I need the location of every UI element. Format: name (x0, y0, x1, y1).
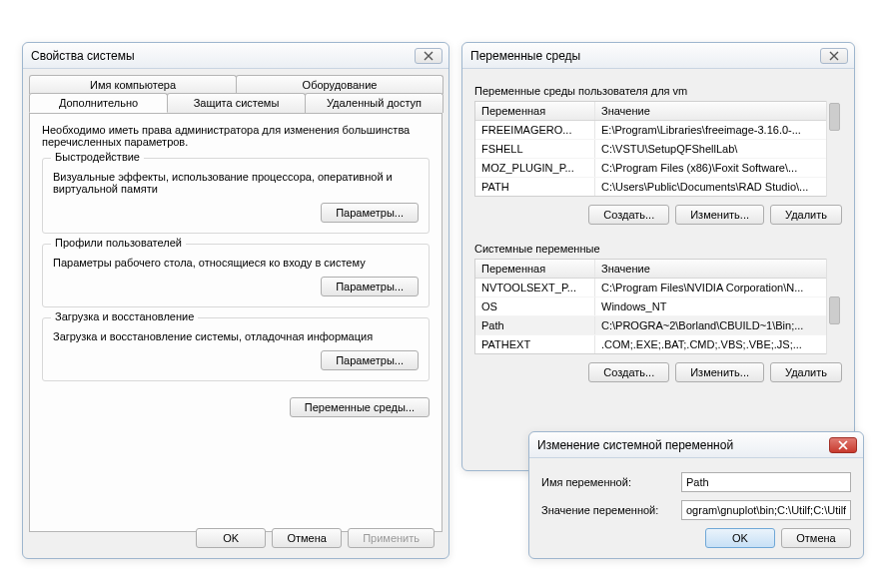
table-header: Переменная Значение (475, 260, 841, 279)
startup-settings-button[interactable]: Параметры... (321, 350, 419, 370)
var-name-input[interactable] (681, 472, 851, 492)
group-performance-desc: Визуальные эффекты, использование процес… (53, 171, 419, 195)
titlebar: Переменные среды (462, 43, 854, 69)
system-vars-label: Системные переменные (474, 243, 842, 255)
group-startup-desc: Загрузка и восстановление системы, отлад… (53, 330, 419, 342)
close-button[interactable] (415, 48, 442, 64)
system-vars-table-wrap: Переменная Значение NVTOOLSEXT_P... C:\P… (474, 259, 842, 354)
apply-button[interactable]: Применить (348, 528, 435, 548)
system-vars-table[interactable]: Переменная Значение NVTOOLSEXT_P... C:\P… (474, 259, 842, 354)
tab-hardware[interactable]: Оборудование (236, 75, 443, 94)
window-title: Свойства системы (29, 49, 415, 63)
group-profiles-title: Профили пользователей (51, 237, 186, 249)
group-startup-title: Загрузка и восстановление (51, 310, 198, 322)
environment-variables-button[interactable]: Переменные среды... (290, 397, 430, 417)
table-row[interactable]: MOZ_PLUGIN_P... C:\Program Files (x86)\F… (475, 159, 841, 178)
table-row[interactable]: PATHEXT .COM;.EXE;.BAT;.CMD;.VBS;.VBE;.J… (475, 335, 841, 353)
edit-system-variable-window: Изменение системной переменной Имя перем… (528, 431, 864, 559)
dialog-footer: OK Отмена Применить (196, 528, 435, 548)
table-row[interactable]: Path C:\PROGRA~2\Borland\CBUILD~1\Bin;..… (475, 316, 841, 335)
cancel-button[interactable]: Отмена (781, 528, 851, 548)
tab-computer-name[interactable]: Имя компьютера (29, 75, 237, 94)
row-var-value: Значение переменной: (541, 500, 851, 520)
table-row[interactable]: NVTOOLSEXT_P... C:\Program Files\NVIDIA … (475, 279, 841, 297)
table-header: Переменная Значение (475, 102, 841, 121)
table-row[interactable]: FSHELL C:\VSTU\SetupQFShellLab\ (475, 140, 841, 159)
scrollbar[interactable] (826, 259, 842, 354)
col-value[interactable]: Значение (595, 102, 841, 120)
environment-variables-window: Переменные среды Переменные среды пользо… (461, 42, 855, 471)
system-properties-window: Свойства системы Имя компьютера Оборудов… (22, 42, 449, 559)
group-profiles-desc: Параметры рабочего стола, относящиеся ко… (53, 257, 419, 269)
intro-text: Необходимо иметь права администратора дл… (42, 124, 430, 148)
var-value-input[interactable] (681, 500, 851, 520)
titlebar: Свойства системы (23, 43, 448, 69)
performance-settings-button[interactable]: Параметры... (321, 203, 419, 223)
titlebar: Изменение системной переменной (529, 432, 863, 458)
edit-body: Имя переменной: Значение переменной: OK … (529, 458, 863, 556)
col-variable[interactable]: Переменная (475, 102, 595, 120)
close-button[interactable] (820, 48, 848, 64)
group-performance-title: Быстродействие (51, 151, 144, 163)
table-row[interactable]: OS Windows_NT (475, 297, 841, 316)
table-row[interactable]: PATH C:\Users\Public\Documents\RAD Studi… (475, 178, 841, 196)
user-edit-button[interactable]: Изменить... (675, 205, 764, 225)
tab-remote[interactable]: Удаленный доступ (305, 93, 443, 113)
cancel-button[interactable]: Отмена (272, 528, 342, 548)
var-name-label: Имя переменной: (541, 476, 671, 488)
tab-body-advanced: Необходимо иметь права администратора дл… (29, 113, 442, 532)
system-create-button[interactable]: Создать... (588, 362, 669, 382)
env-body: Переменные среды пользователя для vm Пер… (462, 69, 854, 394)
user-create-button[interactable]: Создать... (588, 205, 669, 225)
row-var-name: Имя переменной: (541, 472, 851, 492)
group-startup: Загрузка и восстановление Загрузка и вос… (42, 317, 430, 381)
group-profiles: Профили пользователей Параметры рабочего… (42, 244, 430, 307)
close-button[interactable] (829, 437, 857, 453)
system-edit-button[interactable]: Изменить... (675, 362, 764, 382)
user-vars-table[interactable]: Переменная Значение FREEIMAGERO... E:\Pr… (474, 101, 842, 197)
user-vars-table-wrap: Переменная Значение FREEIMAGERO... E:\Pr… (474, 101, 842, 197)
var-value-label: Значение переменной: (541, 504, 671, 516)
ok-button[interactable]: OK (196, 528, 266, 548)
tabs-row-2: Дополнительно Защита системы Удаленный д… (29, 93, 442, 113)
window-title: Изменение системной переменной (535, 438, 829, 452)
ok-button[interactable]: OK (705, 528, 775, 548)
tab-system-protection[interactable]: Защита системы (167, 93, 306, 113)
tab-advanced[interactable]: Дополнительно (29, 93, 168, 113)
user-delete-button[interactable]: Удалить (770, 205, 842, 225)
table-row[interactable]: FREEIMAGERO... E:\Program\Libraries\free… (475, 121, 841, 140)
profiles-settings-button[interactable]: Параметры... (321, 277, 419, 296)
scrollbar[interactable] (826, 101, 842, 197)
window-title: Переменные среды (468, 49, 820, 63)
tabs-row-1: Имя компьютера Оборудование (29, 75, 442, 94)
system-delete-button[interactable]: Удалить (770, 362, 842, 382)
col-value[interactable]: Значение (595, 260, 841, 278)
user-vars-label: Переменные среды пользователя для vm (474, 85, 842, 97)
col-variable[interactable]: Переменная (475, 260, 595, 278)
group-performance: Быстродействие Визуальные эффекты, испол… (42, 158, 430, 234)
